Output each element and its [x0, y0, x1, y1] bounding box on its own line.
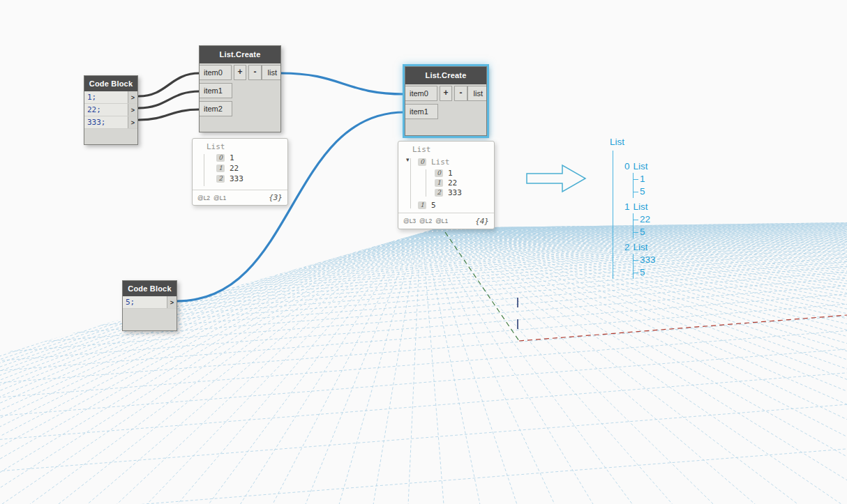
w3d-item: 5: [640, 266, 656, 279]
preview-list-header: List: [412, 145, 431, 154]
preview-row: 2 333: [435, 188, 462, 197]
add-input-button[interactable]: +: [440, 86, 452, 101]
index-chip: 2: [435, 189, 443, 197]
input-port-item0[interactable]: item0: [405, 86, 437, 101]
port-chevron-icon: >: [131, 94, 135, 101]
tree-guide-line: [426, 169, 426, 197]
node-title[interactable]: Code Block: [123, 281, 177, 296]
lacing-level-label: @L2: [197, 194, 210, 201]
port-chevron-icon: >: [170, 299, 174, 306]
preview-value: 22: [448, 178, 457, 188]
index-chip: 1: [216, 165, 225, 172]
w3d-root-label: List: [610, 137, 656, 148]
preview-row: 0 1: [216, 153, 234, 162]
w3d-group-label: List: [634, 242, 648, 252]
input-port-item1[interactable]: item1: [405, 104, 438, 119]
preview-bubble-1[interactable]: List 0 1 1 22 2 333 @L2 @L1 {3}: [192, 138, 288, 206]
code-text[interactable]: 1;: [84, 91, 128, 103]
result-arrow-annotation: [527, 165, 585, 192]
w3d-group: 2List 333 5: [624, 241, 656, 279]
list-create-node-2[interactable]: List.Create item0 + - list item1: [405, 66, 487, 136]
index-chip: 1: [435, 179, 443, 187]
w3d-group-index: 2: [624, 242, 630, 252]
w3d-group: 1List 22 5: [624, 201, 656, 238]
remove-input-button[interactable]: -: [248, 65, 261, 80]
w3d-item: 1: [640, 173, 656, 185]
w3d-group-label: List: [634, 201, 648, 212]
code-line[interactable]: 1; >: [84, 91, 137, 104]
list-create-node-1[interactable]: List.Create item0 + - list item1 item2: [199, 45, 281, 132]
w3d-group-index: 0: [624, 161, 630, 171]
code-block-node-2[interactable]: Code Block 5; >: [122, 280, 177, 331]
code-text[interactable]: 5;: [123, 296, 167, 308]
preview-row: 1 22: [435, 178, 457, 188]
output-port-list[interactable]: list: [467, 86, 486, 101]
w3d-item: 333: [640, 254, 656, 266]
code-line[interactable]: 333; >: [84, 116, 137, 129]
dynamo-workspace[interactable]: Code Block 1; > 22; > 333; > List.Create…: [0, 0, 847, 504]
index-chip: 2: [216, 175, 225, 183]
output-port[interactable]: >: [128, 104, 137, 116]
input-port-item1[interactable]: item1: [200, 83, 232, 98]
index-chip: 0: [418, 158, 426, 166]
w3d-group: 0List 1 5: [624, 160, 656, 198]
w3d-item: 5: [640, 226, 656, 238]
collapse-arrow-icon[interactable]: ▾: [406, 156, 410, 163]
remove-input-button[interactable]: -: [454, 86, 467, 101]
output-port[interactable]: >: [167, 296, 177, 308]
nested-list-label: List: [431, 158, 450, 167]
axis-x-red: [519, 315, 847, 341]
port-chevron-icon: >: [131, 107, 135, 114]
preview-value: 1: [448, 169, 453, 178]
port-chevron-icon: >: [131, 119, 135, 126]
wire-list1-to-list2-item0[interactable]: [281, 73, 405, 94]
tree-guide-line: [410, 158, 411, 208]
preview-row: 0 1: [435, 168, 453, 178]
geometry-preview-text: List 0List 1 5 1List 22 5: [601, 137, 656, 282]
preview-value: 22: [230, 164, 239, 173]
list-count-badge: {4}: [475, 217, 489, 226]
lacing-level-label: @L1: [435, 217, 448, 224]
list-count-badge: {3}: [269, 193, 283, 202]
output-port-list[interactable]: list: [262, 65, 280, 80]
code-line[interactable]: 5; >: [123, 296, 177, 309]
w3d-item: 22: [640, 213, 656, 226]
axis-y-green: [445, 232, 519, 341]
preview-row: 2 333: [216, 174, 243, 183]
w3d-group-index: 1: [624, 201, 630, 212]
lacing-level-label: @L2: [419, 217, 432, 224]
input-port-item2[interactable]: item2: [200, 101, 232, 116]
preview-row: 1 5: [418, 200, 436, 210]
node-title[interactable]: Code Block: [84, 76, 137, 91]
code-text[interactable]: 22;: [84, 104, 128, 116]
w3d-item: 5: [640, 185, 656, 198]
index-chip: 0: [435, 169, 443, 177]
w3d-group-label: List: [634, 161, 648, 171]
output-port[interactable]: >: [128, 116, 137, 128]
preview-value: 333: [448, 188, 462, 197]
code-text[interactable]: 333;: [84, 116, 128, 128]
preview-group-row[interactable]: 0 List: [418, 157, 450, 167]
preview-list-header: List: [207, 142, 225, 151]
preview-value: 333: [230, 174, 243, 183]
wire-codeblock1-line3-to-item2[interactable]: [139, 109, 200, 120]
code-block-node-1[interactable]: Code Block 1; > 22; > 333; >: [84, 75, 138, 145]
preview-bubble-2[interactable]: List ▾ 0 List 0 1 1 22 2 333 1 5 @L3 @L2: [398, 141, 495, 229]
lacing-level-label: @L1: [213, 194, 226, 201]
index-chip: 0: [216, 154, 225, 162]
code-line[interactable]: 22; >: [84, 104, 137, 116]
index-chip: 1: [418, 201, 426, 209]
preview-value: 1: [230, 153, 234, 162]
node-title[interactable]: List.Create: [200, 46, 280, 63]
output-port[interactable]: >: [128, 91, 137, 103]
input-port-item0[interactable]: item0: [200, 65, 232, 80]
tree-guide-line: [204, 154, 204, 186]
preview-value: 5: [431, 201, 436, 210]
node-title[interactable]: List.Create: [405, 67, 486, 84]
lacing-level-label: @L3: [403, 217, 416, 224]
wire-codeblock1-line2-to-item1[interactable]: [139, 91, 200, 108]
preview-row: 1 22: [216, 163, 239, 173]
add-input-button[interactable]: +: [234, 65, 246, 80]
